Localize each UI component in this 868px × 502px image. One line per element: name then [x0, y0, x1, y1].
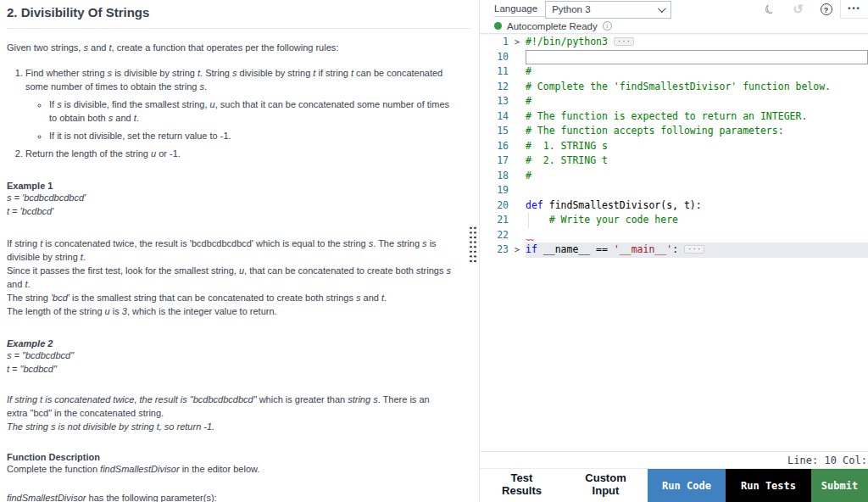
autocomplete-status-dot	[494, 22, 502, 30]
fold-collapsed-icon[interactable]: >	[509, 243, 526, 258]
run-code-button[interactable]: Run Code	[648, 469, 726, 502]
rule-1-sublist: If s is divisible, find the smallest str…	[25, 98, 453, 142]
rule-1a-text: If s is divisible, find the smallest str…	[49, 98, 453, 125]
code-line-17[interactable]: 17# 2. STRING t	[480, 153, 868, 169]
editor-header: Language Python 3 ☾ ↺ ? •••	[480, 0, 868, 19]
code-text[interactable]: #	[526, 169, 868, 184]
editor-status-bar: Line: 10 Col:	[480, 451, 868, 468]
language-selected-value: Python 3	[552, 4, 590, 14]
question-mark-icon: ?	[821, 3, 832, 15]
line-number: 23	[480, 243, 509, 258]
code-line-11[interactable]: 11#	[480, 64, 868, 80]
fold-gutter	[509, 124, 526, 139]
tab-test-results[interactable]: Test Results	[480, 469, 564, 502]
code-editor-area[interactable]: 1>#!/bin/python3···1011#12# Complete the…	[480, 34, 868, 451]
code-line-20[interactable]: 20def findSmallestDivisor(s, t):	[480, 198, 868, 214]
code-text[interactable]: #	[526, 94, 868, 109]
code-line-21[interactable]: 21 # Write your code here	[480, 213, 868, 228]
code-text[interactable]: # The function accepts following paramet…	[526, 124, 868, 139]
history-restore-icon: ↺	[793, 2, 804, 17]
fold-gutter	[509, 64, 526, 80]
code-text[interactable]: if __name__ == '__main__':···	[526, 243, 868, 258]
token-keyword: def	[526, 199, 543, 211]
dark-theme-button[interactable]: ☾	[756, 0, 784, 19]
token-comment: #	[526, 170, 531, 181]
rule-2-text: Return the length of the string u or -1.	[25, 148, 181, 159]
moon-icon: ☾	[762, 1, 778, 18]
code-text[interactable]	[526, 50, 868, 65]
line-number: 16	[480, 139, 509, 154]
example-2-explanation-1: If string t is concatenated twice, the r…	[7, 393, 453, 420]
token-plain: :	[672, 243, 678, 255]
code-line-23[interactable]: 23>if __name__ == '__main__':···	[480, 243, 868, 258]
tab-custom-input[interactable]: Custom Input	[564, 469, 648, 502]
token-comment: # 1. STRING s	[526, 140, 608, 152]
code-line-14[interactable]: 14# The function is expected to return a…	[480, 109, 868, 125]
more-options-button[interactable]: •••	[840, 0, 868, 19]
fold-gutter	[509, 109, 526, 125]
code-text[interactable]: #	[526, 64, 868, 80]
rule-1-text: Find whether string s is divisible by st…	[25, 68, 442, 92]
code-text[interactable]: # Write your code here	[526, 213, 868, 228]
line-number: 20	[480, 198, 509, 214]
code-line-22[interactable]: 22~~	[480, 228, 868, 243]
line-number: 22	[480, 228, 509, 243]
line-number: 17	[480, 153, 509, 169]
fold-collapsed-icon[interactable]: >	[509, 35, 526, 50]
example-2-s: s = "bcdbcdbcd"	[7, 349, 453, 362]
token-string: '__main__'	[614, 243, 672, 255]
code-text[interactable]: # The function is expected to return an …	[526, 109, 868, 125]
code-line-19[interactable]: 19	[480, 183, 868, 198]
line-number: 15	[480, 124, 509, 139]
code-line-18[interactable]: 18#	[480, 169, 868, 184]
title-divider	[7, 28, 471, 29]
rule-1b-text: If it is not divisible, set the return v…	[49, 129, 453, 142]
example-1-explanation-4: The length of the string u is 3, which i…	[7, 304, 453, 318]
rule-item-2: Return the length of the string u or -1.	[25, 147, 453, 160]
code-line-15[interactable]: 15# The function accepts following param…	[480, 124, 868, 139]
editor-footer: Test Results Custom Input Run Code Run T…	[480, 468, 868, 502]
code-line-1[interactable]: 1>#!/bin/python3···	[480, 35, 868, 50]
help-button[interactable]: ?	[812, 0, 840, 19]
ellipsis-icon: •••	[848, 4, 860, 13]
token-plain: __name__ ==	[537, 243, 614, 255]
pane-resize-grip[interactable]	[469, 226, 477, 264]
example-2-explanation-2: The string s is not divisible by string …	[7, 420, 453, 433]
reset-code-button[interactable]: ↺	[784, 0, 812, 19]
fold-gutter	[509, 153, 526, 169]
code-line-12[interactable]: 12# Complete the 'findSmallestDivisor' f…	[480, 80, 868, 95]
token-comment: #!/bin/python3	[526, 36, 608, 47]
language-select[interactable]: Python 3	[545, 1, 671, 19]
folded-code-pill[interactable]: ···	[614, 37, 634, 46]
editor-header-icons: ☾ ↺ ? •••	[756, 0, 868, 19]
line-number: 19	[480, 183, 509, 198]
code-text[interactable]	[526, 183, 868, 198]
submit-button[interactable]: Submit	[811, 469, 868, 502]
token-comment: # The function accepts following paramet…	[526, 125, 784, 137]
code-text[interactable]: #!/bin/python3···	[526, 35, 868, 50]
code-text[interactable]: ~~	[526, 228, 868, 243]
info-icon[interactable]: i	[603, 21, 612, 31]
line-number: 12	[480, 80, 509, 95]
fold-gutter	[509, 213, 526, 228]
code-line-10[interactable]: 10	[480, 50, 868, 65]
function-description-heading: Function Description	[7, 452, 453, 462]
code-text[interactable]: # 2. STRING t	[526, 153, 868, 169]
chevron-down-icon	[658, 4, 666, 13]
run-tests-button[interactable]: Run Tests	[726, 469, 811, 502]
code-line-16[interactable]: 16# 1. STRING s	[480, 139, 868, 154]
problem-body: Given two strings, s and t, create a fun…	[7, 41, 453, 502]
token-comment: # 2. STRING t	[526, 154, 608, 166]
code-text[interactable]: # Complete the 'findSmallestDivisor' fun…	[526, 80, 868, 95]
line-number: 11	[480, 64, 509, 80]
example-2-heading: Example 2	[7, 338, 453, 349]
token-comment: # Write your code here	[549, 214, 678, 226]
token-comment: #	[526, 95, 531, 107]
fold-gutter	[509, 50, 526, 65]
token-comment: #	[526, 65, 531, 77]
code-text[interactable]: # 1. STRING s	[526, 139, 868, 154]
code-line-13[interactable]: 13#	[480, 94, 868, 109]
code-text[interactable]: def findSmallestDivisor(s, t):	[526, 198, 868, 214]
folded-code-pill[interactable]: ···	[684, 245, 704, 254]
problem-intro: Given two strings, s and t, create a fun…	[7, 41, 453, 54]
